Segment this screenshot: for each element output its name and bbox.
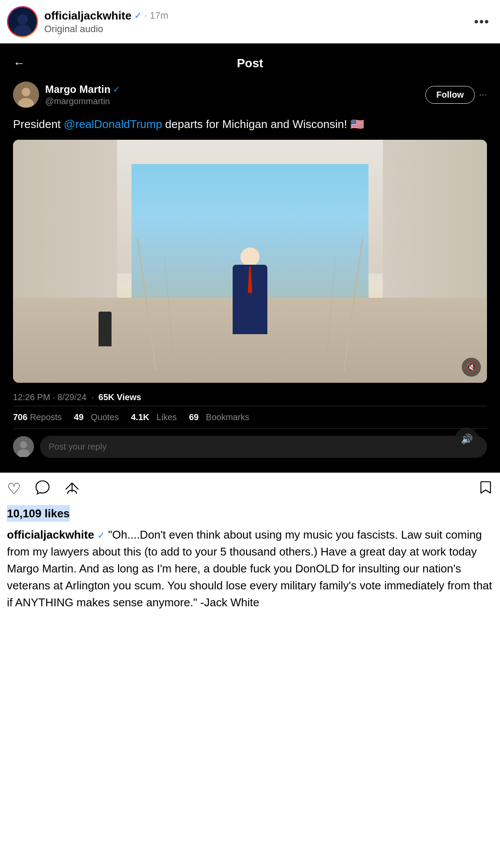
tweet-reply-row: Post your reply 🔊	[13, 429, 487, 460]
tweet-stats: 706 Reposts 49 Quotes 4.1K Likes 69 Book…	[13, 406, 487, 429]
tweet-views: 65K Views	[99, 392, 141, 402]
more-options-button[interactable]: •••	[471, 11, 493, 32]
tweet-author-info: Margo Martin ✓ @margommartin	[45, 83, 425, 106]
likes-section: 10,109 likes	[0, 506, 500, 524]
audio-button[interactable]: 🔊	[455, 427, 478, 451]
svg-point-4	[22, 88, 30, 96]
reply-avatar	[13, 436, 34, 457]
caption-verified-badge: ✓	[97, 530, 105, 541]
like-button[interactable]: ♡	[7, 480, 21, 498]
tweet-author-handle[interactable]: @margommartin	[45, 96, 425, 106]
likes-stat[interactable]: 4.1K Likes	[131, 412, 177, 422]
action-bar: ♡	[0, 473, 500, 506]
comment-button[interactable]	[35, 480, 50, 499]
tweet-metadata: 12:26 PM · 8/29/24 · 65K Views	[13, 389, 487, 406]
avatar[interactable]	[7, 6, 38, 37]
svg-point-1	[17, 14, 28, 25]
follow-button[interactable]: Follow	[425, 86, 474, 104]
header-username[interactable]: officialjackwhite	[44, 9, 132, 23]
header-dot: ·	[145, 10, 147, 21]
header-info: officialjackwhite ✓ · 17m Original audio	[44, 9, 471, 35]
tweet-author-row: Margo Martin ✓ @margommartin Follow ···	[13, 77, 487, 113]
header-time: 17m	[150, 10, 168, 21]
jetway-image	[13, 140, 487, 383]
tweet-video[interactable]: 🔇	[13, 140, 487, 383]
caption-section: officialjackwhite ✓ "Oh....Don't even th…	[0, 524, 500, 628]
share-button[interactable]	[64, 480, 80, 499]
tweet-author-verified: ✓	[113, 84, 120, 95]
header-verified-badge: ✓	[134, 10, 142, 21]
reply-container: Post your reply 🔊	[13, 429, 487, 460]
header-subtitle: Original audio	[44, 23, 471, 35]
tweet-topbar: ← Post	[13, 52, 487, 77]
caption-username[interactable]: officialjackwhite	[7, 528, 94, 541]
tweet-card: ← Post Margo Martin ✓	[13, 52, 487, 460]
post-header: officialjackwhite ✓ · 17m Original audio…	[0, 0, 500, 43]
tweet-topbar-title: Post	[34, 56, 466, 70]
tweet-screenshot: ← Post Margo Martin ✓	[0, 43, 500, 473]
quotes-stat[interactable]: 49 Quotes	[74, 412, 118, 422]
bookmarks-stat[interactable]: 69 Bookmarks	[189, 412, 249, 422]
tweet-author-avatar[interactable]	[13, 82, 39, 108]
tweet-text: President @realDonaldTrump departs for M…	[13, 113, 487, 140]
video-mute-button[interactable]: 🔇	[462, 358, 481, 377]
reposts-stat[interactable]: 706 Reposts	[13, 412, 62, 422]
reply-input[interactable]: Post your reply	[40, 436, 487, 458]
svg-point-7	[20, 441, 27, 448]
action-icons-left: ♡	[7, 480, 478, 499]
mention-realdonaldtrump[interactable]: @realDonaldTrump	[64, 118, 162, 131]
tweet-back-arrow[interactable]: ←	[13, 56, 25, 70]
tweet-more-button[interactable]: ···	[479, 89, 487, 100]
tweet-media[interactable]: 🔇	[13, 140, 487, 383]
figure	[233, 265, 267, 334]
tweet-author-name[interactable]: Margo Martin	[45, 83, 111, 95]
tweet-timestamp: 12:26 PM · 8/29/24	[13, 392, 86, 402]
likes-count[interactable]: 10,109 likes	[7, 505, 70, 522]
bookmark-button[interactable]	[478, 480, 493, 498]
